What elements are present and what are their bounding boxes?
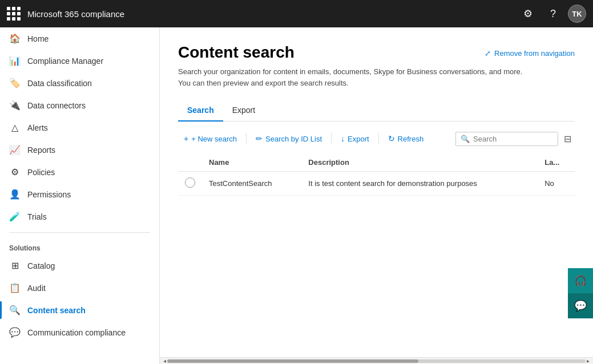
- main-area: Content search ⤢ Remove from navigation …: [160, 27, 593, 364]
- solutions-section-title: Solutions: [0, 237, 159, 254]
- sidebar-label-compliance-manager: Compliance Manager: [27, 56, 103, 66]
- remove-nav-icon: ⤢: [485, 49, 491, 58]
- table-body: TestContentSearch It is test content sea…: [178, 172, 575, 196]
- reports-icon: 📈: [9, 144, 21, 155]
- sidebar-label-data-classification: Data classification: [27, 79, 92, 88]
- row-name-cell: TestContentSearch: [202, 172, 301, 196]
- col-select: [178, 153, 202, 172]
- table-row[interactable]: TestContentSearch It is test content sea…: [178, 172, 575, 196]
- page-description: Search your organization for content in …: [178, 66, 575, 88]
- tab-export[interactable]: Export: [223, 100, 264, 122]
- col-description: Description: [301, 153, 538, 172]
- row-description-cell: It is test content search for demonstrat…: [301, 172, 538, 196]
- communication-compliance-icon: 💬: [9, 327, 21, 338]
- tabs: Search Export: [178, 100, 575, 122]
- toolbar-separator-1: [246, 133, 247, 144]
- alerts-icon: △: [9, 122, 21, 133]
- sidebar-label-reports: Reports: [27, 145, 55, 155]
- main-content: Content search ⤢ Remove from navigation …: [160, 27, 593, 357]
- row-select-cell: [178, 172, 202, 196]
- sidebar-item-reports[interactable]: 📈 Reports: [0, 139, 159, 161]
- settings-button[interactable]: ⚙: [518, 3, 538, 24]
- plus-icon: +: [184, 134, 188, 143]
- search-input[interactable]: [473, 135, 553, 143]
- remove-from-navigation-button[interactable]: ⤢ Remove from navigation: [485, 47, 575, 60]
- pencil-icon: ✏: [256, 134, 263, 143]
- sidebar-item-permissions[interactable]: 👤 Permissions: [0, 183, 159, 205]
- page-header: Content search ⤢ Remove from navigation: [178, 43, 575, 62]
- sidebar-item-home[interactable]: 🏠 Home: [0, 27, 159, 50]
- col-name: Name: [202, 153, 301, 172]
- sidebar-item-content-search[interactable]: 🔍 Content search: [0, 299, 159, 321]
- data-connectors-icon: 🔌: [9, 100, 21, 111]
- col-last: La...: [538, 153, 575, 172]
- sidebar-item-policies[interactable]: ⚙ Policies: [0, 161, 159, 183]
- row-radio[interactable]: [185, 177, 195, 188]
- catalog-icon: ⊞: [9, 260, 21, 271]
- floating-feedback-button[interactable]: 💬: [568, 293, 593, 318]
- content-search-icon: 🔍: [9, 305, 21, 316]
- help-button[interactable]: ?: [543, 3, 563, 24]
- row-description: It is test content search for demonstrat…: [308, 179, 477, 188]
- scroll-right-arrow[interactable]: ▸: [586, 358, 591, 364]
- new-search-button[interactable]: + + New search: [178, 131, 243, 147]
- sidebar-label-trials: Trials: [27, 212, 47, 221]
- sidebar-label-home: Home: [27, 34, 49, 43]
- policies-icon: ⚙: [9, 167, 21, 177]
- trials-icon: 🧪: [9, 211, 21, 222]
- waffle-menu[interactable]: [7, 7, 21, 21]
- layout: 🏠 Home 📊 Compliance Manager 🏷️ Data clas…: [0, 27, 593, 364]
- sidebar-label-data-connectors: Data connectors: [27, 101, 86, 110]
- sidebar-label-catalog: Catalog: [27, 261, 55, 270]
- sidebar-label-permissions: Permissions: [27, 190, 71, 199]
- scroll-left-arrow[interactable]: ◂: [162, 358, 167, 364]
- horizontal-scrollbar[interactable]: ◂ ▸: [160, 357, 593, 364]
- sidebar: 🏠 Home 📊 Compliance Manager 🏷️ Data clas…: [0, 27, 160, 364]
- row-name: TestContentSearch: [209, 179, 272, 188]
- floating-action-buttons: 🎧 💬: [568, 268, 593, 318]
- sidebar-item-trials[interactable]: 🧪 Trials: [0, 205, 159, 228]
- compliance-manager-icon: 📊: [9, 55, 21, 66]
- download-icon: ↓: [341, 134, 345, 143]
- search-by-id-button[interactable]: ✏ Search by ID List: [250, 131, 328, 147]
- sidebar-label-alerts: Alerts: [27, 123, 48, 132]
- data-table: Name Description La... TestContentSearch…: [178, 153, 575, 196]
- table-header: Name Description La...: [178, 153, 575, 172]
- audit-icon: 📋: [9, 282, 21, 293]
- sidebar-label-policies: Policies: [27, 168, 55, 177]
- sidebar-label-content-search: Content search: [27, 306, 86, 315]
- app-title: Microsoft 365 compliance: [27, 9, 511, 19]
- sidebar-item-communication-compliance[interactable]: 💬 Communication compliance: [0, 321, 159, 343]
- toolbar-separator-3: [378, 133, 379, 144]
- topbar-icons: ⚙ ? TK: [518, 3, 586, 24]
- refresh-icon: ↻: [388, 134, 395, 143]
- topbar: Microsoft 365 compliance ⚙ ? TK: [0, 0, 593, 27]
- sidebar-label-audit: Audit: [27, 284, 46, 293]
- sidebar-divider: [9, 232, 150, 233]
- remove-nav-label: Remove from navigation: [494, 49, 575, 58]
- sidebar-item-audit[interactable]: 📋 Audit: [0, 277, 159, 299]
- avatar[interactable]: TK: [568, 5, 586, 23]
- permissions-icon: 👤: [9, 189, 21, 200]
- scrollbar-thumb[interactable]: [167, 359, 418, 363]
- column-toggle-button[interactable]: ⊟: [560, 131, 575, 147]
- refresh-button[interactable]: ↻ Refresh: [382, 131, 430, 147]
- sidebar-item-catalog[interactable]: ⊞ Catalog: [0, 254, 159, 277]
- scrollbar-track[interactable]: [167, 359, 586, 363]
- toolbar: + + New search ✏ Search by ID List ↓ Exp…: [178, 131, 575, 147]
- toolbar-separator-2: [331, 133, 332, 144]
- row-last: No: [544, 179, 554, 188]
- floating-chat-button[interactable]: 🎧: [568, 268, 593, 293]
- sidebar-item-compliance-manager[interactable]: 📊 Compliance Manager: [0, 50, 159, 72]
- sidebar-label-communication-compliance: Communication compliance: [27, 328, 126, 337]
- export-button[interactable]: ↓ Export: [335, 131, 375, 147]
- row-last-cell: No: [538, 172, 575, 196]
- search-box: 🔍: [455, 132, 558, 146]
- sidebar-item-alerts[interactable]: △ Alerts: [0, 116, 159, 139]
- sidebar-item-data-connectors[interactable]: 🔌 Data connectors: [0, 94, 159, 116]
- tab-search[interactable]: Search: [178, 100, 223, 122]
- sidebar-item-data-classification[interactable]: 🏷️ Data classification: [0, 72, 159, 94]
- search-icon: 🔍: [461, 135, 470, 143]
- data-classification-icon: 🏷️: [9, 78, 21, 88]
- page-title: Content search: [178, 43, 295, 62]
